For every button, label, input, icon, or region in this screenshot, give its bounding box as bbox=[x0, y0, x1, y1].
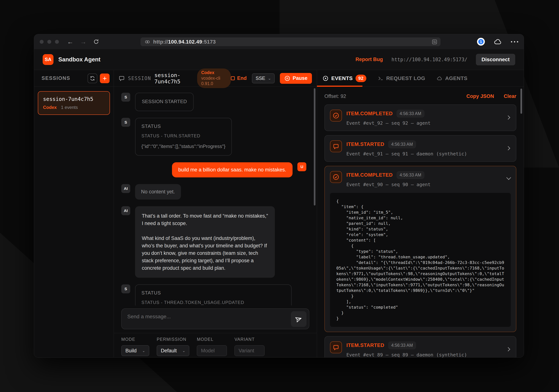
more-options-icon[interactable] bbox=[511, 41, 518, 43]
reload-icon[interactable] bbox=[93, 39, 99, 45]
avatar: AI bbox=[121, 184, 130, 193]
mode-select[interactable]: Build ⌄ bbox=[121, 345, 149, 356]
chevron-down-icon: ⌄ bbox=[142, 349, 145, 353]
app-title: Sandbox Agent bbox=[58, 56, 101, 63]
event-json-payload: { "item": { "item_id": "itm_5", "native_… bbox=[330, 193, 511, 327]
message-bubble: That’s a tall order. To move fast and “m… bbox=[135, 206, 275, 278]
event-card[interactable]: ITEM.STARTED 4:56:33 AM Event #evt_89 — … bbox=[324, 336, 516, 357]
app-header: SA Sandbox Agent Report Bug http://100.9… bbox=[34, 49, 524, 70]
event-subtitle: Event #evt_92 — seq 92 — agent bbox=[346, 120, 431, 126]
session-label: SESSION bbox=[128, 76, 151, 81]
clear-button[interactable]: Clear bbox=[504, 93, 516, 99]
provider-badge-version: 0.91.0 bbox=[201, 81, 213, 86]
app-logo: SA bbox=[43, 54, 54, 65]
message-paragraph: That’s a tall order. To move fast and “m… bbox=[142, 212, 268, 227]
event-card[interactable]: ITEM.STARTED 4:56:33 AM Event #evt_91 — … bbox=[324, 135, 516, 162]
event-subtitle: Event #evt_90 — seq 90 — agent bbox=[346, 182, 431, 187]
session-list-item[interactable]: session-7un4c7h5 Codex 1 events bbox=[38, 91, 110, 115]
minimize-window-icon[interactable] bbox=[47, 40, 51, 44]
events-count-badge: 92 bbox=[355, 75, 366, 82]
forward-icon[interactable]: → bbox=[80, 38, 86, 45]
browser-window: ← → http://100.94.102.49:5173 1 SA Sandb… bbox=[34, 34, 524, 357]
event-time: 4:56:33 AM bbox=[397, 171, 424, 179]
report-bug-link[interactable]: Report Bug bbox=[355, 57, 383, 62]
session-event-count: 1 events bbox=[61, 105, 78, 110]
tab-agents[interactable]: AGENTS bbox=[437, 75, 467, 81]
assistant-message: AI No content yet. bbox=[121, 184, 306, 200]
event-list[interactable]: ITEM.COMPLETED 4:56:33 AM Event #evt_92 … bbox=[317, 104, 524, 357]
chat-bubble-icon bbox=[119, 75, 125, 81]
url-host: 100.94.102.49 bbox=[168, 39, 202, 45]
stop-icon bbox=[231, 76, 235, 80]
variant-control: VARIANT bbox=[234, 337, 265, 357]
chat-scrollbar[interactable] bbox=[314, 88, 316, 205]
status-title: STATUS bbox=[141, 123, 225, 129]
refresh-sessions-button[interactable] bbox=[88, 73, 97, 83]
panel-tabs: EVENTS 92 REQUEST LOG AGENTS bbox=[317, 70, 524, 87]
status-json: {"id":"0","items":[],"status":"inProgres… bbox=[141, 143, 225, 150]
check-circle-icon bbox=[330, 110, 342, 122]
permission-select[interactable]: Default ⌄ bbox=[157, 345, 189, 356]
zoom-window-icon[interactable] bbox=[55, 40, 59, 44]
event-type: ITEM.COMPLETED bbox=[346, 172, 393, 178]
avatar: S bbox=[121, 118, 130, 127]
offset-label: Offset: 92 bbox=[324, 93, 346, 99]
cloud-icon bbox=[437, 76, 442, 81]
session-header-name: session-7un4c7h5 bbox=[154, 72, 194, 85]
play-circle-icon bbox=[323, 75, 328, 81]
window-controls[interactable] bbox=[40, 40, 59, 44]
back-icon[interactable]: ← bbox=[67, 38, 74, 45]
new-session-button[interactable]: + bbox=[100, 73, 110, 83]
close-window-icon[interactable] bbox=[40, 40, 44, 44]
event-type: ITEM.STARTED bbox=[346, 342, 384, 348]
session-header: SESSION session-7un4c7h5 Codex vcodex-cl… bbox=[114, 70, 317, 87]
sessions-title: SESSIONS bbox=[42, 75, 70, 81]
password-manager-icon[interactable]: 1 bbox=[477, 38, 485, 46]
message-bubble: SESSION STARTED bbox=[135, 93, 194, 111]
system-message: S SESSION STARTED bbox=[121, 93, 306, 111]
event-time: 4:56:33 AM bbox=[388, 341, 416, 349]
tab-events[interactable]: EVENTS 92 bbox=[323, 75, 366, 82]
model-input[interactable] bbox=[197, 345, 227, 356]
address-bar[interactable]: http://100.94.102.49:5173 bbox=[140, 37, 440, 46]
events-scrollbar[interactable] bbox=[521, 89, 522, 114]
url-port: :5173 bbox=[202, 39, 216, 45]
chat-bubble-icon bbox=[330, 341, 342, 353]
end-session-button[interactable]: End bbox=[231, 75, 247, 81]
copy-json-button[interactable]: Copy JSON bbox=[466, 93, 494, 99]
avatar: S bbox=[121, 285, 130, 293]
message-bubble: build me a billion dollar saas. make no … bbox=[172, 162, 293, 177]
cloud-icon[interactable] bbox=[494, 38, 502, 46]
event-time: 4:56:33 AM bbox=[388, 140, 416, 148]
send-button[interactable] bbox=[291, 311, 307, 327]
chat-transcript[interactable]: S SESSION STARTED S STATUS STATUS - TURN… bbox=[114, 87, 317, 305]
event-type: ITEM.STARTED bbox=[346, 142, 384, 147]
link-icon bbox=[145, 39, 150, 45]
status-title: STATUS bbox=[141, 290, 285, 296]
event-type: ITEM.COMPLETED bbox=[346, 111, 393, 116]
session-name: session-7un4c7h5 bbox=[43, 96, 105, 102]
pause-button[interactable]: Pause bbox=[280, 73, 312, 84]
permission-label: PERMISSION bbox=[157, 337, 189, 342]
transport-select[interactable]: SSE ⌄ bbox=[252, 73, 275, 83]
events-toolbar: Offset: 92 Copy JSON Clear bbox=[317, 87, 524, 104]
chevron-down-icon: ⌄ bbox=[182, 349, 186, 353]
variant-input[interactable] bbox=[234, 345, 265, 356]
event-card-expanded[interactable]: ITEM.COMPLETED 4:56:33 AM Event #evt_90 … bbox=[324, 166, 516, 332]
server-url: http://100.94.102.49:5173/ bbox=[391, 57, 467, 62]
status-bubble: STATUS STATUS - TURN.STARTED {"id":"0","… bbox=[135, 118, 232, 156]
tab-request-log[interactable]: REQUEST LOG bbox=[378, 75, 425, 81]
active-tab-underline bbox=[317, 86, 363, 87]
system-message: S STATUS STATUS - THREAD.TOKEN_USAGE.UPD… bbox=[121, 285, 306, 305]
end-session-label: End bbox=[237, 75, 247, 81]
reader-settings-icon[interactable] bbox=[432, 39, 438, 45]
event-subtitle: Event #evt_89 — seq 89 — daemon (synthet… bbox=[346, 352, 467, 357]
disconnect-button[interactable]: Disconnect bbox=[476, 54, 515, 65]
check-circle-icon bbox=[330, 171, 342, 183]
event-card[interactable]: ITEM.COMPLETED 4:56:33 AM Event #evt_92 … bbox=[324, 104, 516, 131]
avatar: S bbox=[121, 93, 130, 102]
message-input[interactable] bbox=[122, 309, 309, 329]
status-subtitle: STATUS - THREAD.TOKEN_USAGE.UPDATED bbox=[141, 300, 285, 305]
chat-bubble-icon bbox=[330, 140, 342, 152]
user-message: build me a billion dollar saas. make no … bbox=[121, 162, 306, 177]
